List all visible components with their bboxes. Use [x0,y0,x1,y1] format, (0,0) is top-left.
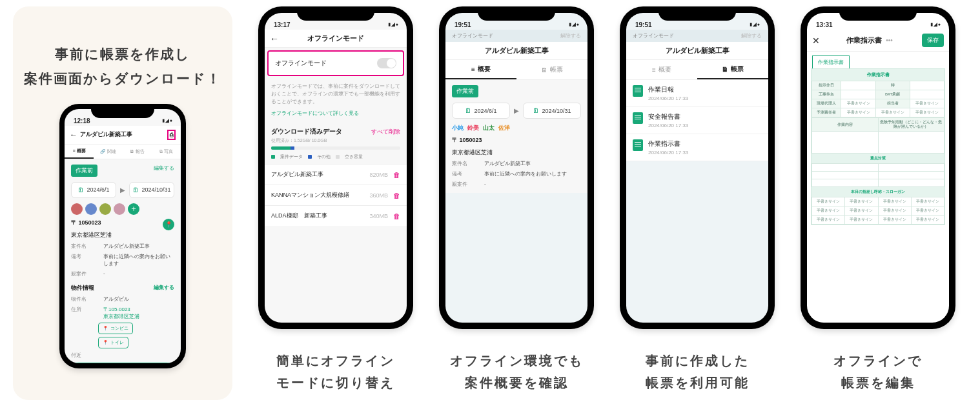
map-pin-icon[interactable]: 📍 [163,219,174,230]
doc-row[interactable]: 作業日報2024/06/20 17:33 [626,80,768,107]
list-item[interactable]: アルダビル新築工事820MB🗑 [265,164,407,185]
save-button[interactable]: 保存 [922,34,944,47]
status-icons: ▮◢ ꔷ [568,22,578,28]
section-title: 物件情報 [71,285,94,291]
project-title: アルダビル新築工事 [80,130,165,139]
toggle-switch[interactable] [377,58,396,68]
avatar[interactable] [114,203,125,215]
zip: 〒 1050023 [452,136,581,145]
arrow-icon: ▶ [514,107,519,114]
tab-overview[interactable]: ≡ 概要 [445,60,516,79]
pin-icon: 📍 [103,340,108,345]
status-badge: 作業前 [71,165,97,177]
tab-related[interactable]: 🔗 関連 [94,145,123,159]
member-chips: 小純 鈴美 山太 佐洋 [452,124,581,132]
avatar[interactable] [85,203,97,215]
add-member-button[interactable]: ＋ [128,203,139,215]
member-chip[interactable]: 佐洋 [498,124,510,132]
member-chip[interactable]: 山太 [483,124,495,132]
document-icon [633,112,643,124]
panel-offline-reports: 19:51▮◢ ꔷ オフラインモード 解除する アルダビル新築工事 ≡ 概要 🗎… [620,6,775,394]
panel-caption: 事前に作成した帳票を利用可能 [646,350,750,394]
form-title: 作業指示書 [812,69,944,81]
doc-row[interactable]: 安全報告書2024/06/20 17:33 [626,107,768,134]
edit-link[interactable]: 編集する [154,284,174,291]
offline-toggle-row[interactable]: オフラインモード [267,50,404,76]
project-title: アルダビル新築工事 [485,46,549,55]
calendar-icon: 🗓 [77,186,84,194]
legend: 案件データ その他 空き容量 [265,152,407,164]
member-chip[interactable]: 鈴美 [467,124,479,132]
panel-offline-mode: 13:17▮◢ ꔷ ← オフラインモード オフラインモード オフラインモードでは… [258,6,413,394]
back-icon[interactable]: ← [70,130,77,139]
status-badge: 作業前 [452,85,478,97]
tab-report[interactable]: 🗎 報告 [123,145,152,159]
calendar-icon: 🗓 [132,186,139,194]
document-icon [633,139,643,151]
download-list: アルダビル新築工事820MB🗑 KANNAマンション大規模修繕360MB🗑 AL… [265,164,407,226]
edit-link[interactable]: 編集する [154,165,174,172]
learn-more-link[interactable]: オフラインモードについて詳しく見る [265,110,407,122]
address: 東京都港区芝浦 [71,231,174,239]
poi-chip[interactable]: 📍トイレ [98,337,128,348]
intro-phone: 12:18 ▮◢ ꔷ ← アルダビル新築工事 ⎙ ≡ 概要 🔗 関連 🗎 報告 … [59,104,186,368]
tab-report[interactable]: 🗎 帳票 [697,60,768,79]
date-to[interactable]: 🗓2024/10/31 [523,103,581,119]
clock: 19:51 [635,21,652,28]
zip: 〒 1050023 [71,219,174,227]
panel-edit-form: 13:31▮◢ ꔷ ✕ 作業指示書 ••• 保存 作業指示書 作業指示書 指示作… [801,6,955,394]
list-item[interactable]: ALDA様邸 新築工事340MB🗑 [265,205,407,226]
delete-icon[interactable]: 🗑 [393,192,400,199]
status-icons: ▮◢ ꔷ [387,22,398,28]
back-icon[interactable]: ← [270,34,279,44]
member-chip[interactable]: 小純 [452,124,464,132]
exit-mode-button[interactable]: 解除する [741,32,762,39]
doc-row[interactable]: 作業指示書2024/06/20 17:33 [626,134,768,161]
date-from[interactable]: 🗓2024/6/1 [452,103,510,119]
usage-bar [271,146,400,150]
delete-all-button[interactable]: すべて削除 [371,128,400,136]
panel-caption: オフラインで帳票を編集 [833,350,923,394]
project-title: アルダビル新築工事 [666,46,730,55]
close-icon[interactable]: ✕ [812,35,820,46]
member-avatars: ＋ [71,203,174,215]
date-from[interactable]: 🗓2024/6/1 [71,182,116,198]
arrow-icon: ▶ [120,186,125,194]
downloaded-title: ダウンロード済みデータ [271,127,342,136]
date-to[interactable]: 🗓2024/10/31 [129,182,174,198]
exit-mode-button[interactable]: 解除する [560,32,581,39]
panel-caption: 簡単にオフラインモードに切り替え [276,350,395,394]
poi-chip[interactable]: 📍コンビニ [98,323,133,334]
tab-photo[interactable]: ⧉ 写真 [152,145,181,159]
sheet-tab[interactable]: 作業指示書 [812,55,850,68]
help-text: オフラインモードでは、事前に案件をダウンロードしておくことで、オフラインの環境下… [265,79,407,110]
avatar[interactable] [71,203,83,215]
form-sheet[interactable]: 作業指示書 指示作日時 工事件名BRT承継 現場代理人手書きサイン担当者手書きサ… [811,68,945,225]
panel-caption: オフライン環境でも案件概要を確認 [450,350,584,394]
status-icons: ▮◢ ꔷ [930,22,940,28]
download-icon[interactable]: ⎙ [167,130,176,140]
tabs: ≡ 概要 🔗 関連 🗎 報告 ⧉ 写真 [65,145,181,159]
tab-overview[interactable]: ≡ 概要 [65,145,94,159]
list-item[interactable]: KANNAマンション大規模修繕360MB🗑 [265,185,407,205]
clock: 13:31 [816,21,833,28]
delete-icon[interactable]: 🗑 [393,171,400,179]
page-title: オフラインモード [307,34,364,43]
delete-icon[interactable]: 🗑 [393,212,400,220]
pin-icon: 📍 [103,326,108,331]
tab-overview[interactable]: ≡ 概要 [626,60,697,79]
sheet-title: 作業指示書 [846,35,882,45]
avatar[interactable] [99,203,111,215]
calendar-icon: 🗓 [465,107,471,114]
mode-label: オフラインモード [633,32,674,39]
tab-report[interactable]: 🗎 帳票 [516,60,587,79]
intro-heading: 事前に帳票を作成し 案件画面からダウンロード！ [24,42,221,91]
calendar-icon: 🗓 [533,107,539,114]
chat-start-button[interactable]: 💬チャット開始 [71,363,174,363]
more-icon[interactable]: ••• [886,37,893,44]
clock: 13:17 [274,21,291,28]
toggle-label: オフラインモード [275,59,327,68]
clock: 19:51 [454,21,471,28]
status-icons: ▮◢ ꔷ [749,22,759,28]
clock: 12:18 [74,117,90,125]
